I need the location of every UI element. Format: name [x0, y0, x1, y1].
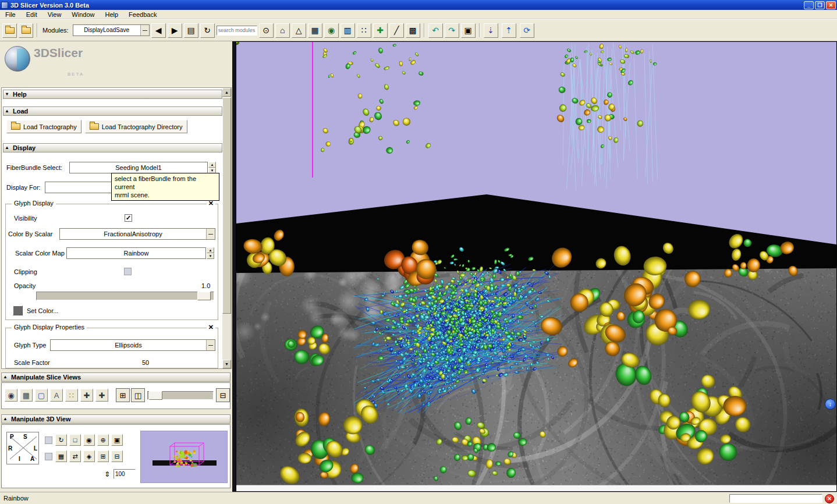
search-modules-input[interactable]: [217, 26, 257, 36]
link-slice-controls-button[interactable]: ⊟: [216, 388, 230, 402]
menu-edit[interactable]: Edit: [21, 10, 42, 19]
close-button[interactable]: ✕: [826, 1, 836, 9]
mouse-pick-button[interactable]: ⇣: [484, 23, 498, 38]
measurements-module-button[interactable]: △: [292, 23, 306, 38]
scroll-up-button[interactable]: ▲: [222, 88, 231, 97]
slice-offset-slider-thumb[interactable]: [149, 391, 162, 400]
view3d-section-header[interactable]: ▴ Manipulate 3D View: [1, 414, 230, 424]
mouse-place-button[interactable]: ⇡: [502, 23, 516, 38]
clipping-checkbox[interactable]: [124, 268, 132, 275]
load-section-header[interactable]: ▴ Load: [3, 107, 222, 116]
slice-background-button[interactable]: ▢: [35, 389, 48, 402]
toolbar-icon: ✚: [377, 26, 384, 35]
menu-feedback[interactable]: Feedback: [123, 10, 162, 19]
look-from-axis-button[interactable]: ◈: [83, 450, 95, 462]
mouse-transform-button[interactable]: ⟳: [520, 23, 534, 38]
editor-module-button[interactable]: ▩: [406, 23, 420, 38]
menu-window[interactable]: Window: [66, 10, 100, 19]
volumes-module-button[interactable]: ◉: [324, 23, 339, 38]
add-volume-button[interactable]: ✚: [373, 23, 388, 38]
menu-view[interactable]: View: [42, 10, 67, 19]
view3d-option-checkbox-1[interactable]: [45, 436, 52, 444]
load-tractography-directory-button[interactable]: Load Tractography Directory: [85, 120, 187, 133]
slice-views-section-header[interactable]: ▴ Manipulate Slice Views: [1, 372, 230, 382]
menu-file[interactable]: File: [0, 10, 21, 19]
zoom-in-button[interactable]: ⊞: [97, 450, 109, 462]
load-tractography-button[interactable]: Load Tractography: [6, 120, 81, 133]
spin-up-button[interactable]: ▲: [207, 247, 214, 253]
set-color-swatch-button[interactable]: [13, 306, 23, 315]
back-button[interactable]: ◀: [151, 23, 166, 38]
status-entry[interactable]: [729, 494, 822, 503]
opacity-label: Opacity: [14, 282, 36, 289]
load-scene-button[interactable]: [2, 23, 17, 38]
slice-visibility-button[interactable]: ◉: [5, 389, 17, 402]
glyph-type-combobox[interactable]: Ellipsoids: [50, 339, 215, 351]
view3d-navigation-preview[interactable]: [140, 431, 228, 483]
scalar-color-map-combobox[interactable]: Rainbow: [66, 247, 206, 259]
scrollbar-thumb[interactable]: [222, 97, 231, 314]
glyph-type-value: Ellipsoids: [51, 340, 206, 350]
fit-slices-to-volume-button[interactable]: ⊞: [116, 388, 130, 402]
glyph-properties-close-icon[interactable]: ✕: [207, 324, 215, 331]
zoom-percent-input[interactable]: [114, 469, 136, 479]
ortho-projection-button[interactable]: ▦: [55, 450, 67, 462]
module-gui-area: ▾ Help ▴ Load Load Tractography Load Tr: [1, 87, 232, 369]
minimize-button[interactable]: _: [804, 1, 814, 9]
home-module-button[interactable]: ⌂: [275, 23, 290, 38]
center-view-button[interactable]: ⊕: [97, 434, 109, 446]
help-section-header[interactable]: ▾ Help: [3, 90, 222, 99]
undo-button[interactable]: ↶: [428, 23, 443, 38]
slice-fit-button[interactable]: ✚: [80, 389, 93, 402]
forward-button[interactable]: ▶: [168, 23, 182, 38]
glyph-properties-title: Glyph Display Properties: [12, 324, 87, 331]
fiberbundle-select-combobox[interactable]: Seeding Model1: [69, 162, 208, 173]
status-close-button[interactable]: ✕: [825, 494, 834, 503]
display-section-header[interactable]: ▴ Display: [3, 143, 222, 152]
view3d-option-checkbox-2[interactable]: [45, 453, 52, 460]
glyph-type-menu-icon[interactable]: [206, 340, 215, 350]
modules-dropdown[interactable]: DisplayLoadSave: [73, 24, 150, 36]
slice-annotations-button[interactable]: ∷: [65, 389, 78, 402]
data-module-button[interactable]: ▦: [308, 23, 322, 38]
scalar-color-map-spinner: ▲ ▼: [207, 247, 214, 259]
slice-line-button[interactable]: ╱: [389, 23, 404, 38]
view3d-toolbar-icon: ⊕: [100, 436, 105, 444]
search-modules-button[interactable]: ⊙: [259, 23, 274, 38]
fit-slices-to-window-button[interactable]: ◫: [131, 388, 145, 402]
redo-button[interactable]: ↷: [445, 23, 459, 38]
layout-module-button[interactable]: ∷: [357, 23, 371, 38]
load-buttons-row: Load Tractography Load Tractography Dire…: [6, 120, 187, 133]
history-button[interactable]: ▤: [184, 23, 198, 38]
maximize-button[interactable]: ❐: [815, 1, 825, 9]
slice-label-outline-button[interactable]: A: [50, 389, 63, 402]
reload-module-button[interactable]: ↻: [200, 23, 215, 38]
zoom-out-button[interactable]: ⊟: [111, 450, 123, 462]
opacity-slider[interactable]: [36, 292, 214, 300]
screenshot-button[interactable]: ▣: [461, 23, 476, 38]
spin-up-button[interactable]: ▲: [208, 162, 216, 168]
orientation-axes-widget[interactable]: P S R L A I: [6, 432, 39, 464]
color-by-scalar-menu-icon[interactable]: [206, 229, 215, 239]
menu-help[interactable]: Help: [100, 10, 123, 19]
scroll-down-button[interactable]: ▼: [222, 360, 231, 368]
visibility-checkbox[interactable]: ✓: [125, 214, 132, 222]
slice-expand-button[interactable]: ✚: [95, 389, 108, 402]
cube-visibility-button[interactable]: □: [69, 434, 81, 446]
toolbar-icon: ∷: [361, 26, 367, 35]
view-navigation-puck-button[interactable]: ↕: [825, 399, 836, 410]
opacity-slider-thumb[interactable]: [197, 292, 211, 300]
view-bottom-scrollbar[interactable]: [236, 485, 836, 491]
view-3d-canvas[interactable]: [236, 42, 836, 485]
slice-grid-button[interactable]: ▦: [20, 389, 33, 402]
modules-menu-icon[interactable]: [140, 25, 149, 36]
slice-offset-slider[interactable]: [147, 391, 214, 400]
models-module-button[interactable]: ▥: [341, 23, 355, 38]
spin-down-button[interactable]: ▼: [207, 253, 214, 259]
save-scene-button[interactable]: [19, 23, 33, 38]
spin-view-button[interactable]: ↻: [55, 434, 67, 446]
color-by-scalar-combobox[interactable]: FractionalAnisotropy: [59, 228, 215, 240]
stereo-view-button[interactable]: ▣: [111, 434, 123, 446]
eye-view-button[interactable]: ◉: [83, 434, 95, 446]
rock-view-button[interactable]: ⇄: [69, 450, 81, 462]
